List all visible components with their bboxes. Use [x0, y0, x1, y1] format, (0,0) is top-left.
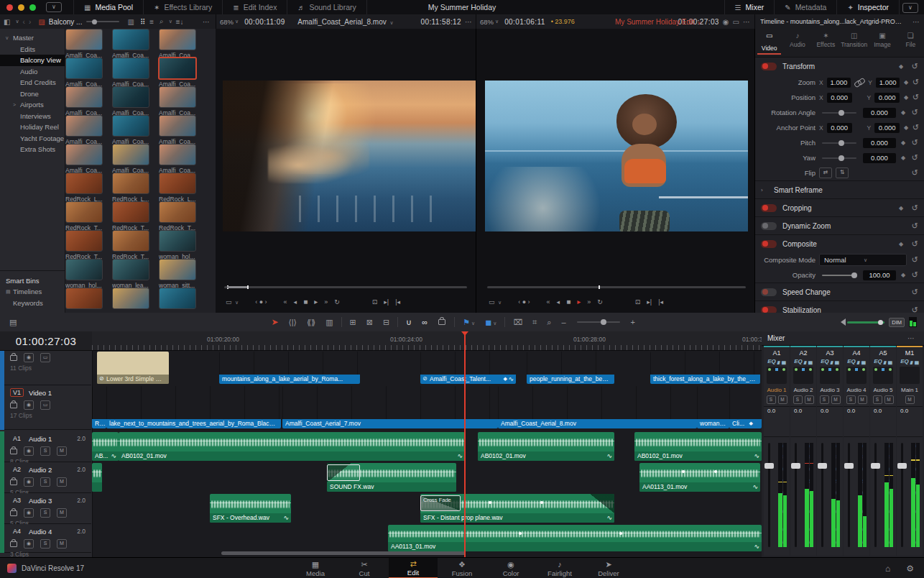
bin-item-yacht-footage[interactable]: Yacht Footage — [0, 133, 65, 144]
bin-item-master[interactable]: vMaster — [0, 32, 65, 44]
inspector-tab-image[interactable]: ▣Image — [868, 29, 896, 57]
speaker-icon[interactable] — [837, 318, 846, 326]
eq-button[interactable]: EQ ▖▄ — [790, 358, 816, 367]
marker-icon[interactable]: ◼∨ — [480, 318, 502, 327]
snapping-icon[interactable]: ∪ — [401, 318, 417, 327]
keyframe-icon[interactable]: ◆ — [897, 241, 905, 247]
track-enable-icon[interactable]: ▭ — [40, 353, 50, 362]
media-clip[interactable]: Amalfi_Coa... — [159, 86, 203, 116]
source-gang-icon[interactable]: ▭ ∨ — [226, 298, 239, 306]
search-options-chevron-icon[interactable]: ∨ — [169, 19, 172, 24]
media-clip[interactable]: woman_lea... — [112, 259, 157, 289]
media-clip[interactable]: woman_sitt... — [159, 259, 203, 289]
fader-handle[interactable] — [871, 463, 880, 469]
timeline-zoom-slider[interactable] — [577, 321, 620, 323]
timeline-loop-icon[interactable]: ↻ — [597, 298, 603, 306]
eq-button[interactable]: EQ ▖▄ — [844, 358, 869, 367]
source-loop-icon[interactable]: ↻ — [334, 298, 340, 306]
media-clip[interactable]: Amalfi_Coa... — [159, 115, 203, 145]
media-clip[interactable]: Amalfi_Coa... — [65, 115, 110, 145]
audio-clip[interactable]: AB0102_01.mov∿ — [119, 432, 465, 461]
workspace-menu-icon[interactable]: ∨ — [902, 3, 918, 13]
inspector-section-smart-reframe[interactable]: ›Smart Reframe — [755, 181, 924, 198]
audio-clip[interactable]: AA0113_01.mov∿ — [388, 525, 762, 551]
media-clip[interactable]: Amalfi_Coa... — [65, 58, 110, 88]
clip-color-icon[interactable]: ▨ — [38, 18, 45, 26]
mute-button[interactable]: M — [57, 446, 67, 456]
fader-handle[interactable] — [844, 463, 854, 469]
reset-icon[interactable]: ↺ — [910, 239, 919, 249]
track-enable-icon[interactable]: ▭ — [40, 400, 50, 410]
mute-button[interactable]: M — [57, 477, 67, 487]
inspector-section-speed-change[interactable]: Speed Change↺ — [755, 283, 924, 301]
inspector-section-cropping[interactable]: Cropping◆↺ — [755, 199, 924, 216]
top-panel-effects-library[interactable]: ✶Effects Library — [143, 0, 222, 14]
media-clip[interactable] — [112, 288, 157, 309]
thumbnail-size-slider[interactable] — [86, 21, 119, 22]
track-destination-badge[interactable]: A1 — [10, 434, 24, 443]
source-scrub-bar[interactable] — [224, 286, 467, 288]
audio-clip[interactable]: AB0102_01.mov∿ — [478, 432, 614, 461]
inspector-tab-effects[interactable]: ✶Effects — [812, 29, 840, 57]
track-header-a2[interactable]: A2Audio 22.0◉SM5 Clips — [4, 462, 91, 493]
clip-thumbnail[interactable] — [65, 230, 103, 252]
pan-control[interactable] — [820, 367, 840, 384]
media-clip[interactable]: Amalfi_Coa... — [112, 144, 157, 174]
crossfade-transition[interactable]: Cross Fade — [420, 495, 461, 511]
zoom-in-icon[interactable]: + — [626, 318, 640, 326]
video-clip[interactable]: Amalfi_Coast_Aerial_7.mov — [282, 386, 498, 428]
search-icon[interactable]: ⌕ — [160, 17, 164, 26]
media-clip[interactable]: Amalfi_Coa... — [112, 58, 157, 88]
current-bin-label[interactable]: Balcony ... — [49, 18, 83, 26]
timeline-scrub-bar[interactable] — [487, 286, 746, 288]
back-icon[interactable]: ‹ — [23, 18, 25, 26]
inspector-section-dynamic-zoom[interactable]: Dynamic Zoom↺ — [755, 217, 924, 234]
source-play-icon[interactable]: ▸ — [314, 298, 318, 306]
eq-button[interactable]: EQ ▖▄ — [870, 358, 896, 367]
clip-thumbnail[interactable] — [158, 57, 197, 80]
reset-icon[interactable]: ↺ — [910, 62, 919, 71]
inspector-tab-video[interactable]: ▭Video — [755, 29, 783, 57]
param-slider[interactable] — [822, 157, 856, 159]
keyframe-icon[interactable]: ◆ — [897, 63, 905, 70]
strip-solo-button[interactable]: S — [767, 395, 776, 404]
fader-track[interactable] — [848, 443, 850, 547]
fade-out-handle[interactable] — [590, 494, 614, 513]
smart-bin-keywords[interactable]: Keywords — [0, 298, 65, 309]
retime-curve-icon[interactable]: ∿ — [754, 542, 759, 551]
media-clip[interactable]: RedRock_T... — [65, 201, 110, 231]
solo-button[interactable]: S — [40, 477, 50, 487]
mixer-strip-a5[interactable]: A5EQ ▖▄Audio 5SM0.00-5-10-15-20-30-40-50 — [870, 346, 896, 556]
top-panel-sound-library[interactable]: ♬Sound Library — [287, 0, 366, 14]
linked-selection-icon[interactable]: ∞ — [417, 318, 433, 326]
trim-edit-mode-icon[interactable]: ⟨|⟩ — [283, 318, 301, 327]
fader-track[interactable] — [768, 443, 770, 547]
clip-thumbnail[interactable] — [112, 288, 149, 309]
clip-thumbnail[interactable] — [159, 173, 196, 194]
track-destination-badge[interactable]: V1 — [10, 388, 24, 397]
bin-item-drone[interactable]: Drone — [0, 88, 65, 100]
section-enable-toggle[interactable] — [761, 240, 777, 248]
mixer-strip-a4[interactable]: A4EQ ▖▄Audio 4SM0.00-5-10-15-20-30-40-50 — [844, 346, 869, 556]
media-clip[interactable]: Amalfi_Coa... — [159, 29, 203, 59]
video-clip[interactable]: Amalfi_Coast_Aerial_8.mov — [498, 386, 697, 428]
fader-handle[interactable] — [897, 463, 907, 469]
list-view-icon[interactable]: ≡ — [149, 18, 154, 26]
track-header-v1[interactable]: V1Video 1◉▭17 Clips — [4, 385, 91, 430]
track-header-a1[interactable]: A1Audio 12.0◉SM8 Clips — [4, 431, 91, 462]
insert-clip-icon[interactable]: ⊞ — [345, 318, 361, 327]
media-clip[interactable]: RedRock_L... — [112, 173, 157, 203]
dynamic-trim-mode-icon[interactable]: ⟪⟫ — [302, 318, 320, 327]
track-destination-badge[interactable]: A3 — [10, 496, 24, 505]
audio-transition-region[interactable] — [327, 464, 360, 481]
clip-thumbnail[interactable] — [65, 58, 103, 79]
inspector-options-icon[interactable]: ⋯ — [913, 18, 920, 26]
link-xy-icon[interactable] — [854, 79, 864, 86]
reset-icon[interactable]: ↺ — [913, 78, 919, 87]
section-enable-toggle[interactable] — [761, 222, 777, 230]
timeline-next-clip-icon[interactable]: » — [587, 298, 591, 306]
track-header-a3[interactable]: A3Audio 32.0◉SM5 Clips — [4, 493, 91, 524]
video-clip[interactable]: people_running_at_the_beach_in_brig... — [527, 352, 614, 384]
reset-icon[interactable]: ↺ — [910, 203, 919, 213]
page-tab-deliver[interactable]: ➤Deliver — [584, 558, 633, 578]
